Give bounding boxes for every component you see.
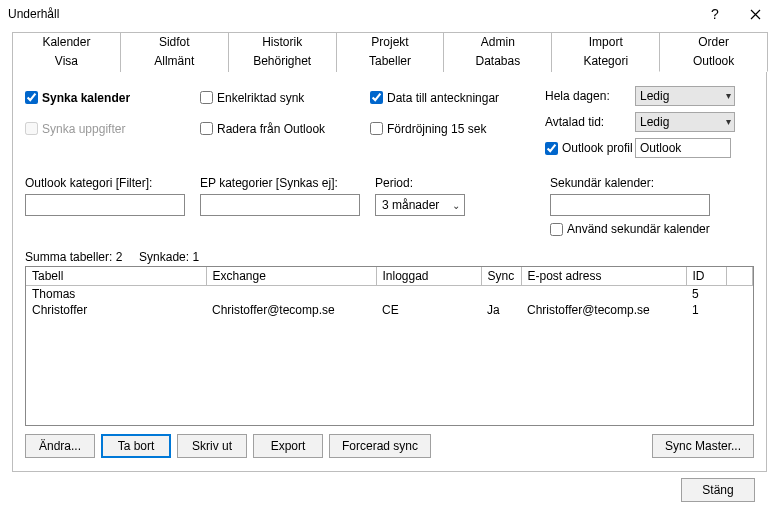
chevron-down-icon: ▾ — [726, 90, 731, 101]
secondary-calendar-label: Sekundär kalender: — [550, 176, 754, 190]
tab-panel-outlook: Synka kalender Enkelriktad synk Data til… — [12, 72, 767, 472]
col-epost[interactable]: E-post adress — [521, 267, 686, 286]
tab-kategori[interactable]: Kategori — [551, 52, 660, 72]
tab-kalender[interactable]: Kalender — [12, 32, 121, 52]
sync-tasks-label: Synka uppgifter — [42, 122, 125, 136]
delay-label: Fördröjning 15 sek — [387, 122, 486, 136]
ep-categories-label: EP kategorier [Synkas ej]: — [200, 176, 375, 190]
whole-day-value: Ledig — [640, 89, 669, 103]
period-label: Period: — [375, 176, 550, 190]
cell-tabell: Thomas — [26, 286, 206, 303]
cell-exchange: Christoffer@tecomp.se — [206, 302, 376, 318]
tab-row-bottom: Visa Allmänt Behörighet Tabeller Databas… — [12, 52, 767, 72]
agreed-time-value: Ledig — [640, 115, 669, 129]
col-spacer — [726, 267, 753, 286]
cell-id: 1 — [686, 302, 726, 318]
export-button[interactable]: Export — [253, 434, 323, 458]
delete-from-outlook-checkbox[interactable] — [200, 122, 213, 135]
sync-tasks-checkbox — [25, 122, 38, 135]
calendar-table[interactable]: Tabell Exchange Inloggad Sync E-post adr… — [25, 266, 754, 426]
sync-calendar-checkbox[interactable] — [25, 91, 38, 104]
table-row[interactable]: Thomas 5 — [26, 286, 753, 303]
cell-inloggad: CE — [376, 302, 481, 318]
cell-exchange — [206, 286, 376, 303]
help-button[interactable]: ? — [695, 0, 735, 28]
tab-visa[interactable]: Visa — [12, 52, 121, 72]
window-title: Underhåll — [8, 7, 695, 21]
col-exchange[interactable]: Exchange — [206, 267, 376, 286]
whole-day-label: Hela dagen: — [545, 89, 635, 103]
tab-projekt[interactable]: Projekt — [336, 32, 445, 52]
one-way-sync-checkbox[interactable] — [200, 91, 213, 104]
close-icon — [750, 9, 761, 20]
cell-sync — [481, 286, 521, 303]
tab-behorighet[interactable]: Behörighet — [228, 52, 337, 72]
outlook-category-label: Outlook kategori [Filter]: — [25, 176, 200, 190]
tab-import[interactable]: Import — [551, 32, 660, 52]
tab-allmant[interactable]: Allmänt — [120, 52, 229, 72]
tab-outlook[interactable]: Outlook — [659, 52, 768, 72]
sync-calendar-label: Synka kalender — [42, 91, 130, 105]
table-header-row: Tabell Exchange Inloggad Sync E-post adr… — [26, 267, 753, 286]
close-button[interactable]: Stäng — [681, 478, 755, 502]
col-sync[interactable]: Sync — [481, 267, 521, 286]
data-to-notes-checkbox[interactable] — [370, 91, 383, 104]
delete-button[interactable]: Ta bort — [101, 434, 171, 458]
col-id[interactable]: ID — [686, 267, 726, 286]
delay-checkbox[interactable] — [370, 122, 383, 135]
one-way-sync-label: Enkelriktad synk — [217, 91, 304, 105]
whole-day-combo[interactable]: Ledig ▾ — [635, 86, 735, 106]
status-sum: Summa tabeller: 2 — [25, 250, 122, 264]
outlook-profile-checkbox[interactable] — [545, 142, 558, 155]
period-combo[interactable]: 3 månader ⌄ — [375, 194, 465, 216]
tab-tabeller[interactable]: Tabeller — [336, 52, 445, 72]
use-secondary-checkbox[interactable] — [550, 223, 563, 236]
print-button[interactable]: Skriv ut — [177, 434, 247, 458]
outlook-profile-input[interactable]: Outlook — [635, 138, 731, 158]
tab-order[interactable]: Order — [659, 32, 768, 52]
use-secondary-label: Använd sekundär kalender — [567, 222, 710, 236]
tab-databas[interactable]: Databas — [443, 52, 552, 72]
outlook-category-input[interactable] — [25, 194, 185, 216]
tab-admin[interactable]: Admin — [443, 32, 552, 52]
agreed-time-combo[interactable]: Ledig ▾ — [635, 112, 735, 132]
status-synced: Synkade: 1 — [139, 250, 199, 264]
edit-button[interactable]: Ändra... — [25, 434, 95, 458]
outlook-profile-value: Outlook — [640, 141, 681, 155]
table-row[interactable]: Christoffer Christoffer@tecomp.se CE Ja … — [26, 302, 753, 318]
cell-inloggad — [376, 286, 481, 303]
cell-epost — [521, 286, 686, 303]
col-inloggad[interactable]: Inloggad — [376, 267, 481, 286]
agreed-time-label: Avtalad tid: — [545, 115, 635, 129]
tab-sidfot[interactable]: Sidfot — [120, 32, 229, 52]
chevron-down-icon: ▾ — [726, 116, 731, 127]
outlook-profile-label: Outlook profil — [562, 141, 633, 155]
tab-row-top: Kalender Sidfot Historik Projekt Admin I… — [12, 32, 767, 52]
period-value: 3 månader — [382, 198, 439, 212]
secondary-calendar-input[interactable] — [550, 194, 710, 216]
close-window-button[interactable] — [735, 0, 775, 28]
cell-id: 5 — [686, 286, 726, 303]
tab-historik[interactable]: Historik — [228, 32, 337, 52]
cell-tabell: Christoffer — [26, 302, 206, 318]
delete-from-outlook-label: Radera från Outlook — [217, 122, 325, 136]
force-sync-button[interactable]: Forcerad sync — [329, 434, 431, 458]
sync-master-button[interactable]: Sync Master... — [652, 434, 754, 458]
cell-epost: Christoffer@tecomp.se — [521, 302, 686, 318]
cell-sync: Ja — [481, 302, 521, 318]
ep-categories-input[interactable] — [200, 194, 360, 216]
chevron-down-icon: ⌄ — [452, 200, 460, 211]
data-to-notes-label: Data till anteckningar — [387, 91, 499, 105]
col-tabell[interactable]: Tabell — [26, 267, 206, 286]
